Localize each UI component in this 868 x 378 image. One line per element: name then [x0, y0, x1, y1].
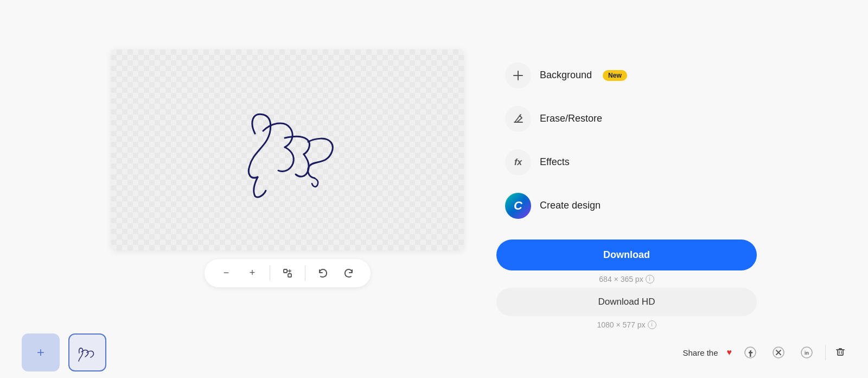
download-size: 684 × 365 px i: [599, 275, 654, 284]
background-tool-label: Background: [540, 70, 592, 81]
facebook-share-button[interactable]: [741, 343, 760, 362]
add-image-button[interactable]: +: [22, 333, 60, 371]
linkedin-share-button[interactable]: in: [797, 343, 816, 362]
facebook-icon: [744, 346, 756, 358]
redo-button[interactable]: [340, 264, 358, 282]
erase-restore-tool-icon: [505, 106, 531, 132]
bottom-strip: + Share the ♥ in: [0, 327, 868, 378]
canvas-section: − +: [111, 49, 464, 287]
info-icon-primary[interactable]: i: [646, 275, 654, 284]
thumbnail-signature: [74, 342, 101, 363]
share-row: Share the ♥ in: [682, 343, 846, 362]
download-hd-button[interactable]: Download HD: [496, 288, 757, 316]
canva-icon: C: [505, 193, 531, 219]
toolbar: − +: [205, 259, 371, 287]
share-label: Share the: [682, 348, 718, 357]
main-container: − +: [0, 39, 868, 340]
heart-icon: ♥: [727, 348, 732, 357]
toolbar-divider-2: [305, 266, 305, 281]
erase-restore-tool-button[interactable]: Erase/Restore: [496, 98, 757, 140]
share-divider: [825, 345, 826, 360]
create-design-tool-button[interactable]: C Create design: [496, 185, 757, 226]
delete-button[interactable]: [834, 345, 846, 360]
download-section: Download 684 × 365 px i Download HD 1080…: [496, 240, 757, 329]
svg-rect-1: [288, 274, 291, 277]
download-button[interactable]: Download: [496, 240, 757, 270]
effects-tool-label: Effects: [540, 156, 570, 168]
tools-panel: Background New Erase/Restore fx Effects: [496, 49, 757, 329]
twitter-icon: [773, 346, 784, 358]
fit-button[interactable]: [279, 264, 296, 282]
undo-icon: [317, 268, 328, 279]
background-tool-icon: [505, 62, 531, 89]
active-thumbnail[interactable]: [68, 333, 106, 371]
background-tool-button[interactable]: Background New: [496, 55, 757, 96]
zoom-out-button[interactable]: −: [218, 264, 235, 282]
signature-image: [201, 90, 374, 210]
trash-icon: [834, 345, 846, 357]
linkedin-icon: in: [801, 346, 813, 358]
new-badge: New: [603, 70, 627, 81]
effects-tool-icon: fx: [505, 149, 531, 175]
erase-restore-tool-label: Erase/Restore: [540, 113, 602, 124]
redo-icon: [343, 268, 354, 279]
undo-button[interactable]: [314, 264, 331, 282]
effects-tool-button[interactable]: fx Effects: [496, 142, 757, 183]
twitter-share-button[interactable]: [769, 343, 788, 362]
zoom-in-button[interactable]: +: [244, 264, 261, 282]
fit-icon: [282, 267, 293, 279]
toolbar-divider-1: [270, 266, 270, 281]
svg-rect-11: [838, 350, 843, 355]
svg-rect-0: [284, 269, 287, 273]
canvas-wrapper: [111, 49, 464, 250]
svg-text:in: in: [805, 350, 809, 356]
create-design-tool-label: Create design: [540, 200, 601, 211]
